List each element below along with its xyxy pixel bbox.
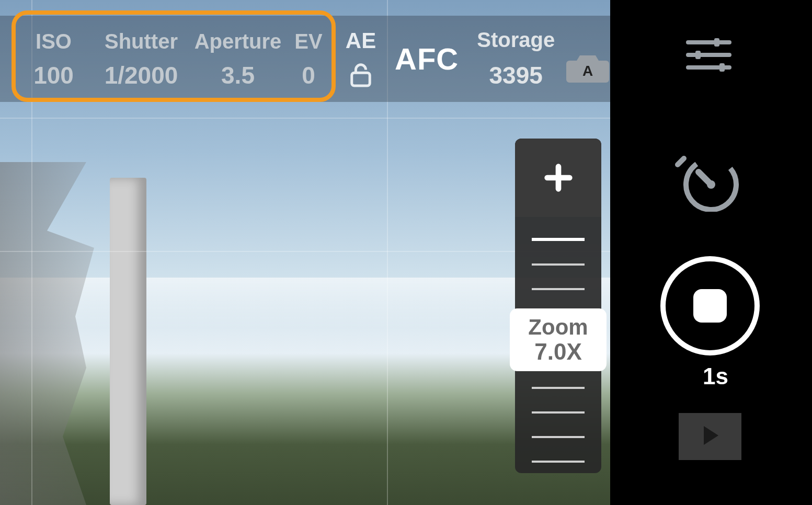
sliders-icon — [684, 68, 734, 77]
camera-status-bar: ISO 100 Shutter 1/2000 Aperture 3.5 EV 0… — [0, 16, 610, 102]
iso-label: ISO — [36, 31, 72, 52]
aperture-label: Aperture — [195, 31, 282, 52]
shutter-value: 1/2000 — [105, 63, 178, 87]
camera-controls-sidebar: 1s — [610, 0, 812, 505]
zoom-value: 7.0X — [534, 340, 582, 363]
shutter-label: Shutter — [105, 31, 178, 52]
shutter-readout[interactable]: Shutter 1/2000 — [92, 31, 191, 87]
ev-label: EV — [294, 31, 322, 52]
svg-line-10 — [678, 158, 684, 165]
scene-antenna-pole — [110, 178, 146, 505]
camera-mode-badge[interactable]: A — [566, 52, 609, 85]
ev-readout[interactable]: EV 0 — [290, 31, 327, 87]
ae-lock-toggle[interactable]: AE — [342, 28, 379, 90]
zoom-in-button[interactable] — [515, 139, 601, 217]
camera-mode-letter: A — [582, 63, 593, 79]
iso-readout[interactable]: ISO 100 — [26, 31, 81, 87]
aperture-value: 3.5 — [221, 63, 255, 87]
storage-label: Storage — [477, 28, 555, 52]
stop-square-icon — [693, 289, 727, 323]
composition-grid-line — [0, 118, 610, 119]
iso-value: 100 — [33, 63, 74, 87]
svg-rect-4 — [714, 38, 719, 47]
zoom-slider-panel[interactable]: Zoom 7.0X — [515, 139, 601, 473]
svg-rect-6 — [719, 63, 725, 72]
play-icon — [699, 424, 722, 449]
unlock-icon — [349, 62, 373, 90]
shutter-stop-button[interactable] — [660, 256, 760, 355]
camera-settings-button[interactable] — [684, 34, 734, 76]
camera-viewport: ISO 100 Shutter 1/2000 Aperture 3.5 EV 0… — [0, 0, 812, 505]
speed-timer-icon — [673, 204, 744, 213]
storage-value: 3395 — [489, 61, 543, 89]
focus-mode-afc[interactable]: AFC — [395, 41, 459, 76]
svg-point-9 — [707, 180, 715, 189]
playback-button[interactable] — [679, 413, 741, 460]
svg-rect-5 — [695, 51, 701, 59]
aperture-readout[interactable]: Aperture 3.5 — [191, 31, 285, 87]
ae-label: AE — [346, 28, 376, 53]
zoom-label: Zoom — [528, 316, 588, 338]
svg-rect-0 — [352, 73, 370, 86]
ev-value: 0 — [302, 63, 315, 87]
storage-readout[interactable]: Storage 3395 — [477, 28, 555, 89]
zoom-level-indicator[interactable]: Zoom 7.0X — [510, 308, 607, 371]
interval-timer-button[interactable] — [673, 149, 744, 212]
recording-elapsed: 1s — [703, 363, 728, 389]
